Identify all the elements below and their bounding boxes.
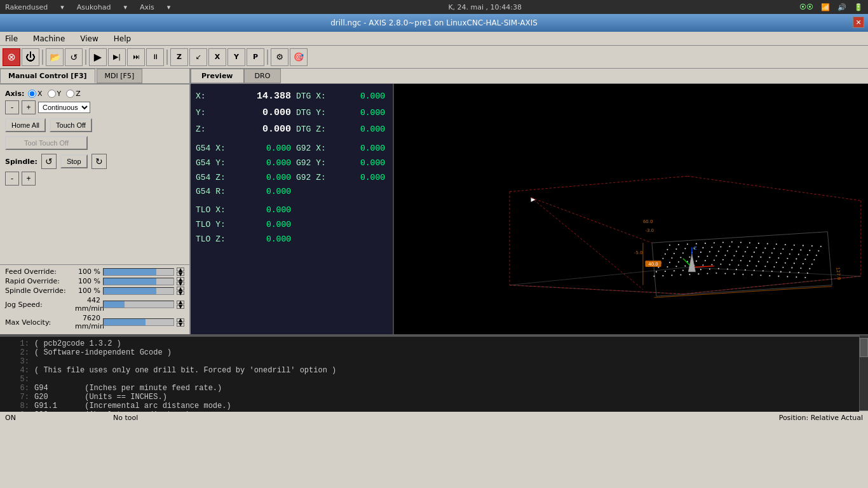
svg-point-135 <box>662 275 663 276</box>
svg-point-14 <box>722 241 724 243</box>
feed-override-slider[interactable] <box>103 268 174 276</box>
drill-button[interactable]: ⚙ <box>271 48 288 66</box>
touch-z-button[interactable]: Z <box>170 48 188 66</box>
spindle-speed-row: - + <box>5 172 184 186</box>
max-velocity-down[interactable]: ▼ <box>177 323 184 327</box>
svg-point-109 <box>756 266 757 267</box>
dro-g54x-label: G54 X: <box>196 142 240 156</box>
jog-speed-slider[interactable] <box>103 301 174 308</box>
jog-minus-button[interactable]: - <box>5 100 19 114</box>
power-button[interactable]: ⏻ <box>22 48 39 66</box>
touch-y-button[interactable]: Y <box>227 48 245 66</box>
gcode-line-num-9: 9: <box>6 410 29 412</box>
location-menu[interactable]: Asukohad <box>77 3 111 11</box>
spindle-cw-button[interactable]: ↻ <box>92 154 107 169</box>
svg-point-21 <box>785 244 786 245</box>
max-velocity-slider[interactable] <box>103 318 174 326</box>
svg-point-50 <box>718 250 719 252</box>
touch-off-button[interactable]: Touch Off <box>50 118 92 132</box>
svg-point-39 <box>782 248 783 250</box>
rapid-override-arrows: ▲ ▼ <box>177 277 184 285</box>
cnc-canvas: 40.0 125.7 127.0 60.0 -3.0 -5.0 <box>394 84 868 334</box>
run-button[interactable]: ▶ <box>89 48 107 66</box>
menu-help[interactable]: Help <box>111 33 133 44</box>
menu-file[interactable]: File <box>3 33 20 44</box>
svg-point-126 <box>745 269 746 271</box>
svg-point-136 <box>671 274 672 276</box>
svg-point-33 <box>729 246 730 247</box>
axis-menu[interactable]: Axis <box>140 3 154 11</box>
jog-plus-button[interactable]: + <box>22 100 36 114</box>
svg-point-79 <box>813 259 815 261</box>
step-button[interactable]: ⏭ <box>127 48 145 66</box>
open-button[interactable]: 📂 <box>46 48 64 66</box>
3d-viewport[interactable]: 40.0 125.7 127.0 60.0 -3.0 -5.0 <box>394 84 868 334</box>
axis-x-radio-label[interactable]: X <box>28 90 43 98</box>
svg-point-53 <box>745 251 746 252</box>
max-velocity-arrows: ▲ ▼ <box>177 318 184 327</box>
home-all-button[interactable]: Home All <box>5 118 46 132</box>
gcode-line-content-1: ( pcb2gcode 1.3.2 ) <box>34 339 121 348</box>
rapid-override-slider[interactable] <box>103 278 174 285</box>
svg-point-26 <box>667 249 668 250</box>
spindle-override-slider[interactable] <box>103 287 174 295</box>
axis-z-radio[interactable] <box>66 90 74 98</box>
svg-point-27 <box>675 248 677 250</box>
estop-button[interactable]: ⊗ <box>3 48 20 66</box>
view-tab-dro[interactable]: DRO <box>244 69 281 83</box>
svg-point-132 <box>798 272 799 273</box>
jog-increment-select[interactable]: Continuous 0.0001 0.001 0.01 0.1 1 <box>38 102 90 113</box>
spindle-stop-button[interactable]: Stop <box>60 154 88 168</box>
scrollbar-thumb[interactable] <box>860 338 868 357</box>
apps-chevron: ▾ <box>60 3 64 11</box>
spindle-override-down[interactable]: ▼ <box>177 291 184 295</box>
system-bar-right: ⦿⦿ 📶 🔊 🔋 <box>799 3 863 11</box>
svg-point-88 <box>731 259 733 261</box>
tool-touch-off-button[interactable]: Tool Touch Off <box>5 136 88 150</box>
axis-z-radio-label[interactable]: Z <box>66 90 81 98</box>
svg-point-16 <box>740 241 742 243</box>
gcode-scrollbar[interactable] <box>859 336 868 410</box>
gcode-line-content-7: G20 (Units == INCHES.) <box>34 393 167 402</box>
svg-point-34 <box>738 246 739 247</box>
touch-xy-button[interactable]: ↙ <box>189 48 207 66</box>
svg-point-43 <box>818 250 819 252</box>
gcode-view[interactable]: 1: ( pcb2gcode 1.3.2 ) 2: ( Software-ind… <box>0 336 859 412</box>
offset-button[interactable]: 🎯 <box>290 48 308 66</box>
spindle-ccw-button[interactable]: ↺ <box>41 154 57 169</box>
tab-mdi[interactable]: MDI [F5] <box>97 69 143 83</box>
svg-point-31 <box>711 247 712 248</box>
run-from-line-button[interactable]: ▶| <box>108 48 126 66</box>
feed-override-label: Feed Override: <box>5 268 75 276</box>
svg-rect-0 <box>394 116 868 302</box>
jog-speed-down[interactable]: ▼ <box>177 305 184 309</box>
svg-point-67 <box>707 255 708 257</box>
svg-point-17 <box>749 242 750 243</box>
menu-view[interactable]: View <box>78 33 100 44</box>
dro-y-value: 0.000 <box>240 105 291 121</box>
apps-menu[interactable]: Rakendused <box>5 3 48 11</box>
home-row: Home All Touch Off <box>5 118 184 132</box>
gcode-line-content-2: ( Software-independent Gcode ) <box>34 348 172 357</box>
axis-y-radio[interactable] <box>48 90 56 98</box>
svg-point-117 <box>665 271 666 272</box>
close-button[interactable]: ✕ <box>853 17 864 28</box>
pause-button[interactable]: ⏸ <box>146 48 164 66</box>
touch-p-button[interactable]: P <box>247 48 264 66</box>
view-tab-preview[interactable]: Preview <box>191 69 244 83</box>
axis-y-radio-label[interactable]: Y <box>48 90 62 98</box>
axis-x-radio[interactable] <box>28 90 36 98</box>
tool-touch-off-row: Tool Touch Off <box>5 136 184 150</box>
rapid-override-down[interactable]: ▼ <box>177 281 184 285</box>
feed-override-down[interactable]: ▼ <box>177 272 184 276</box>
reload-button[interactable]: ↺ <box>65 48 83 66</box>
tab-manual[interactable]: Manual Control [F3] <box>0 69 95 83</box>
touch-x-button[interactable]: X <box>208 48 226 66</box>
spindle-decrease-button[interactable]: - <box>5 172 19 186</box>
svg-point-18 <box>758 243 759 244</box>
svg-point-125 <box>736 269 737 270</box>
spindle-increase-button[interactable]: + <box>22 172 36 186</box>
svg-point-19 <box>767 243 768 245</box>
svg-point-30 <box>702 247 703 248</box>
menu-machine[interactable]: Machine <box>31 33 67 44</box>
